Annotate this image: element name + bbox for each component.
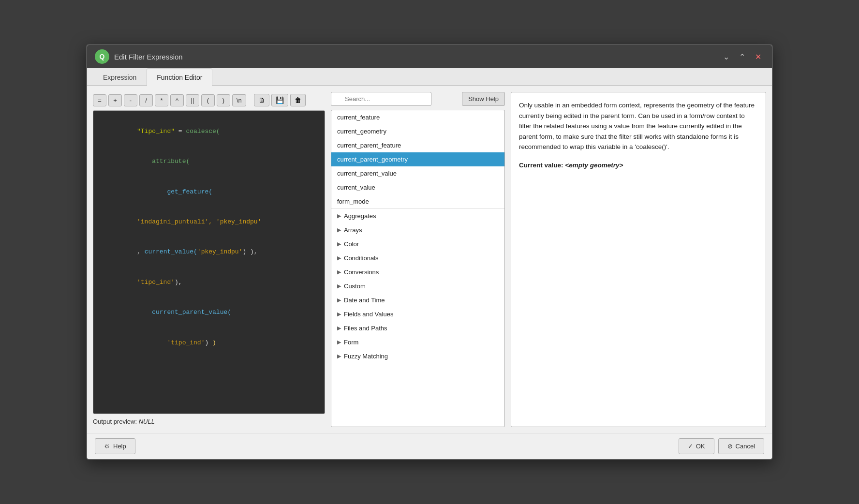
save-button[interactable]: 💾 — [271, 94, 288, 106]
divide-button[interactable]: / — [139, 94, 153, 106]
list-item-fuzzy-matching[interactable]: ▶ Fuzzy Matching — [331, 349, 504, 363]
concat-button[interactable]: || — [186, 94, 199, 106]
expand-icon: ▶ — [337, 325, 341, 331]
power-button[interactable]: ^ — [170, 94, 184, 106]
list-item-files-and-paths[interactable]: ▶ Files and Paths — [331, 321, 504, 335]
list-item-current-parent-value[interactable]: current_parent_value — [331, 166, 504, 180]
current-value-section: Current value: <empty geometry> — [519, 160, 758, 171]
footer: ⛭ Help ✓ OK ⊘ Cancel — [87, 433, 772, 459]
ok-label: OK — [696, 443, 705, 450]
delete-button[interactable]: 🗑 — [290, 94, 306, 106]
code-line-4: 'indagini_puntuali', 'pkey_indpu' — [99, 207, 319, 237]
item-label: form_mode — [337, 198, 369, 205]
show-help-button[interactable]: Show Help — [462, 92, 505, 106]
item-label: Aggregates — [344, 212, 376, 220]
current-value-label: Current value: — [519, 162, 563, 169]
list-item-current-value[interactable]: current_value — [331, 180, 504, 194]
multiply-button[interactable]: * — [155, 94, 168, 106]
code-editor[interactable]: "Tipo_ind" = coalesce( attribute( get_fe… — [93, 110, 325, 414]
minus-button[interactable]: - — [124, 94, 137, 106]
expand-icon: ▶ — [337, 227, 341, 233]
ok-button[interactable]: ✓ OK — [679, 438, 714, 454]
list-item-form-mode[interactable]: form_mode — [331, 194, 504, 208]
code-line-3: get_feature( — [99, 177, 319, 207]
titlebar-controls: ⌄ ⌃ ✕ — [720, 50, 764, 63]
help-description: Only usable in an embedded form context,… — [519, 100, 758, 152]
footer-right: ✓ OK ⊘ Cancel — [679, 438, 764, 454]
cancel-icon: ⊘ — [727, 443, 733, 450]
item-label: Fuzzy Matching — [344, 353, 388, 360]
list-item-fields-and-values[interactable]: ▶ Fields and Values — [331, 307, 504, 321]
right-panel: Only usable in an embedded form context,… — [511, 92, 766, 427]
search-row: 🔍 Show Help — [331, 92, 505, 106]
titlebar: Q Edit Filter Expression ⌄ ⌃ ✕ — [87, 45, 772, 68]
list-item-current-parent-feature[interactable]: current_parent_feature — [331, 138, 504, 152]
item-label: current_parent_geometry — [337, 156, 408, 163]
search-input[interactable] — [331, 92, 431, 106]
item-label: current_parent_feature — [337, 142, 401, 149]
main-content: = + - / * ^ || ( ) \n 🗎 💾 🗑 "Tipo_ind" =… — [87, 86, 772, 433]
expand-icon: ▶ — [337, 255, 341, 261]
list-item-custom[interactable]: ▶ Custom — [331, 279, 504, 293]
item-label: current_feature — [337, 114, 380, 121]
cancel-button[interactable]: ⊘ Cancel — [718, 438, 764, 454]
equals-button[interactable]: = — [93, 94, 106, 106]
list-item-current-feature[interactable]: current_feature — [331, 110, 504, 124]
output-preview: Output preview: NULL — [93, 414, 325, 427]
middle-panel: 🔍 Show Help current_feature current_geom… — [331, 92, 505, 427]
window-title: Edit Filter Expression — [114, 53, 183, 61]
list-item-current-geometry[interactable]: current_geometry — [331, 124, 504, 138]
qgis-logo: Q — [95, 49, 109, 64]
tab-function-editor[interactable]: Function Editor — [147, 68, 212, 86]
close-button[interactable]: ✕ — [752, 50, 764, 63]
help-label: Help — [113, 443, 126, 450]
list-item-form[interactable]: ▶ Form — [331, 335, 504, 349]
expression-toolbar: = + - / * ^ || ( ) \n 🗎 💾 🗑 — [93, 92, 325, 110]
expand-icon: ▶ — [337, 241, 341, 247]
list-item-date-and-time[interactable]: ▶ Date and Time — [331, 293, 504, 307]
close-paren-button[interactable]: ) — [217, 94, 230, 106]
item-label: Files and Paths — [344, 325, 387, 332]
plus-button[interactable]: + — [108, 94, 122, 106]
list-item-arrays[interactable]: ▶ Arrays — [331, 223, 504, 237]
search-wrapper: 🔍 — [331, 92, 458, 106]
minimize-button[interactable]: ⌄ — [720, 50, 732, 63]
expand-icon: ▶ — [337, 213, 341, 219]
open-paren-button[interactable]: ( — [201, 94, 215, 106]
code-line-7: current_parent_value( — [99, 297, 319, 327]
item-label: current_value — [337, 184, 375, 191]
left-panel: = + - / * ^ || ( ) \n 🗎 💾 🗑 "Tipo_ind" =… — [93, 92, 325, 427]
item-label: Fields and Values — [344, 311, 393, 318]
function-list[interactable]: current_feature current_geometry current… — [331, 110, 505, 427]
code-line-8: 'tipo_ind') ) — [99, 328, 319, 358]
help-icon: ⛭ — [104, 443, 110, 450]
newline-button[interactable]: \n — [232, 94, 246, 106]
current-value-value: <empty geometry> — [565, 162, 623, 169]
list-item-current-parent-geometry[interactable]: current_parent_geometry — [331, 152, 504, 166]
item-label: Form — [344, 339, 358, 346]
output-value: NULL — [139, 418, 155, 425]
expand-icon: ▶ — [337, 339, 341, 345]
expand-icon: ▶ — [337, 311, 341, 317]
list-item-aggregates[interactable]: ▶ Aggregates — [331, 209, 504, 223]
tab-expression[interactable]: Expression — [93, 68, 147, 86]
tab-bar: Expression Function Editor — [87, 68, 772, 86]
new-file-button[interactable]: 🗎 — [254, 94, 269, 106]
item-label: Arrays — [344, 226, 362, 234]
item-label: Conversions — [344, 268, 379, 276]
titlebar-left: Q Edit Filter Expression — [95, 49, 183, 64]
expand-icon: ▶ — [337, 297, 341, 303]
footer-left: ⛭ Help — [95, 438, 135, 454]
code-line-1: "Tipo_ind" = coalesce( — [99, 117, 319, 147]
list-item-conditionals[interactable]: ▶ Conditionals — [331, 251, 504, 265]
code-line-5: , current_value('pkey_indpu') ), — [99, 237, 319, 267]
expand-icon: ▶ — [337, 283, 341, 289]
list-item-conversions[interactable]: ▶ Conversions — [331, 265, 504, 279]
output-label: Output preview: — [93, 418, 137, 425]
maximize-button[interactable]: ⌃ — [736, 50, 748, 63]
list-item-color[interactable]: ▶ Color — [331, 237, 504, 251]
item-label: Date and Time — [344, 296, 385, 304]
help-button[interactable]: ⛭ Help — [95, 438, 135, 454]
item-label: Color — [344, 240, 359, 248]
item-label: Conditionals — [344, 254, 379, 262]
